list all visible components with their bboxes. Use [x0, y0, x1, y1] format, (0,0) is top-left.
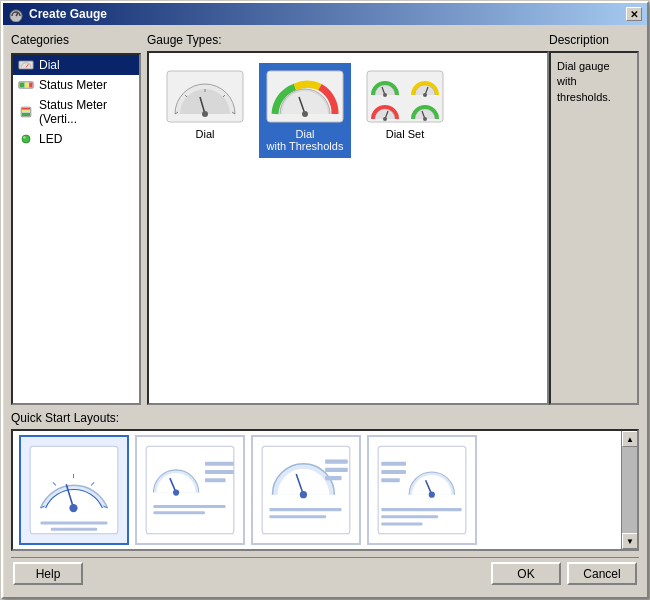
status-meter-icon [18, 79, 34, 91]
svg-rect-11 [22, 108, 30, 110]
gauge-type-dial-set-label: Dial Set [386, 128, 425, 140]
svg-rect-56 [325, 468, 348, 472]
category-item-status-meter[interactable]: Status Meter [13, 75, 139, 95]
window-body: Categories Dial [3, 25, 647, 597]
led-icon [18, 133, 34, 145]
category-status-meter-label: Status Meter [39, 78, 107, 92]
gauge-types-area: Gauge Types: [147, 33, 549, 405]
quick-start-scrollbar: ▲ ▼ [621, 431, 637, 549]
svg-point-24 [302, 111, 308, 117]
svg-point-13 [23, 136, 25, 138]
svg-rect-64 [381, 470, 406, 474]
window-title: Create Gauge [29, 7, 107, 21]
svg-rect-57 [325, 476, 342, 480]
svg-point-12 [22, 135, 30, 143]
create-gauge-window: Create Gauge ✕ Categories Dial [1, 1, 649, 599]
categories-list: Dial Status Meter [11, 53, 141, 405]
categories-label: Categories [11, 33, 141, 47]
svg-point-29 [423, 93, 427, 97]
categories-panel: Categories Dial [11, 33, 141, 405]
help-button[interactable]: Help [13, 562, 83, 585]
svg-rect-58 [269, 508, 341, 511]
window-icon [8, 6, 24, 22]
status-meter-vert-icon [18, 106, 34, 118]
svg-point-46 [173, 489, 179, 495]
layout-3-thumbnail [257, 441, 355, 539]
gauge-type-dial-set[interactable]: Dial Set [359, 63, 451, 146]
main-area: Categories Dial [11, 33, 639, 405]
svg-rect-5 [20, 83, 25, 88]
svg-rect-49 [205, 478, 226, 482]
close-button[interactable]: ✕ [626, 7, 642, 21]
svg-rect-51 [153, 511, 205, 514]
quick-start-label: Quick Start Layouts: [11, 411, 639, 425]
category-led-label: LED [39, 132, 62, 146]
svg-point-27 [383, 93, 387, 97]
svg-rect-42 [40, 521, 107, 524]
scrollbar-track [622, 447, 637, 533]
svg-point-62 [429, 492, 435, 498]
gauge-type-dial-thresholds[interactable]: Dialwith Thresholds [259, 63, 351, 158]
svg-rect-10 [22, 110, 30, 112]
gauge-types-label: Gauge Types: [147, 33, 549, 47]
gauge-types-content: Dial [147, 51, 549, 405]
svg-rect-63 [381, 462, 406, 466]
title-bar: Create Gauge ✕ [3, 3, 647, 25]
layout-item-3[interactable] [251, 435, 361, 545]
svg-rect-67 [381, 515, 438, 518]
cancel-button[interactable]: Cancel [567, 562, 637, 585]
svg-point-21 [202, 111, 208, 117]
category-dial-label: Dial [39, 58, 60, 72]
svg-rect-65 [381, 478, 400, 482]
scrollbar-up-button[interactable]: ▲ [622, 431, 638, 447]
svg-point-33 [423, 117, 427, 121]
layout-4-thumbnail [373, 441, 471, 539]
svg-rect-43 [51, 528, 97, 531]
category-item-dial[interactable]: Dial [13, 55, 139, 75]
category-status-meter-vert-label: Status Meter (Verti... [39, 98, 134, 126]
layout-item-1[interactable] [19, 435, 129, 545]
description-label: Description [549, 33, 639, 47]
svg-rect-55 [325, 460, 348, 464]
dial-icon [18, 59, 34, 71]
svg-point-31 [383, 117, 387, 121]
quick-start-area: Quick Start Layouts: [11, 411, 639, 551]
svg-rect-7 [29, 83, 32, 88]
quick-start-content: ▲ ▼ [11, 429, 639, 551]
svg-point-54 [300, 491, 307, 498]
description-text: Dial gauge with thresholds. [549, 51, 639, 405]
svg-rect-59 [269, 515, 326, 518]
ok-button[interactable]: OK [491, 562, 561, 585]
svg-point-41 [69, 504, 77, 512]
gauge-type-dial[interactable]: Dial [159, 63, 251, 146]
layout-1-thumbnail [25, 441, 123, 539]
svg-rect-66 [381, 508, 461, 511]
svg-rect-9 [22, 113, 30, 116]
category-item-led[interactable]: LED [13, 129, 139, 149]
dial-thumbnail [165, 69, 245, 124]
description-panel: Description Dial gauge with thresholds. [549, 33, 639, 405]
dial-thresholds-thumbnail [265, 69, 345, 124]
svg-rect-68 [381, 522, 422, 525]
dial-set-thumbnail [365, 69, 445, 124]
title-bar-title: Create Gauge [8, 6, 107, 22]
svg-rect-50 [153, 505, 225, 508]
category-item-status-meter-vert[interactable]: Status Meter (Verti... [13, 95, 139, 129]
svg-rect-48 [205, 470, 234, 474]
svg-rect-6 [25, 83, 28, 88]
ok-cancel-group: OK Cancel [491, 562, 637, 585]
layout-2-thumbnail [141, 441, 239, 539]
gauge-type-dial-thresholds-label: Dialwith Thresholds [267, 128, 344, 152]
right-panel: Gauge Types: [147, 33, 639, 405]
gauge-type-dial-label: Dial [196, 128, 215, 140]
scrollbar-down-button[interactable]: ▼ [622, 533, 638, 549]
svg-rect-47 [205, 462, 234, 466]
bottom-bar: Help OK Cancel [11, 557, 639, 589]
layout-item-4[interactable] [367, 435, 477, 545]
layout-item-2[interactable] [135, 435, 245, 545]
